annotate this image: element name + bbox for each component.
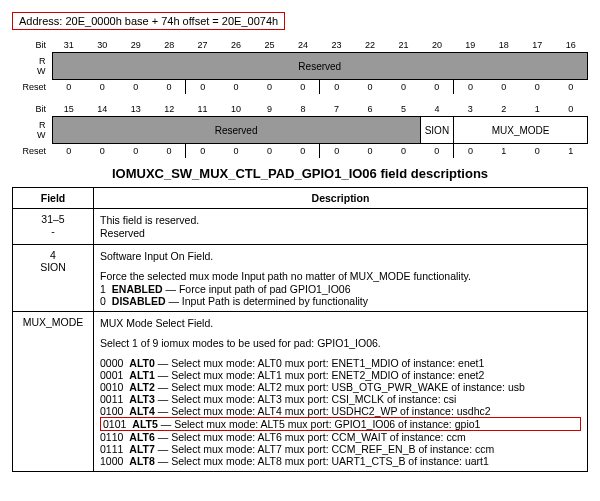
rw-row-upper: R W Reserved (12, 53, 588, 80)
mux-mode-option: 0111ALT7 — Select mux mode: ALT7 mux por… (100, 443, 581, 455)
sion-field: SION (420, 117, 453, 144)
mux-mode-option: 0010ALT2 — Select mux mode: ALT2 mux por… (100, 381, 581, 393)
desc-header: Description (94, 188, 588, 209)
rw-row-lower: R W Reserved SION MUX_MODE (12, 117, 588, 144)
mux-mode-option: 0101ALT5 — Select mux mode: ALT5 mux por… (100, 417, 581, 431)
reserved-field-upper: Reserved (52, 53, 588, 80)
w-label: W (37, 66, 46, 76)
w-label: W (37, 130, 46, 140)
desc-cell: This field is reserved. Reserved (94, 209, 588, 245)
table-row: 31–5 - This field is reserved. Reserved (13, 209, 588, 245)
r-label: R (39, 56, 46, 66)
desc-cell: Software Input On Field. Force the selec… (94, 245, 588, 312)
reset-label: Reset (12, 80, 52, 95)
bit-label: Bit (12, 38, 52, 53)
bit-numbers-upper: Bit 31302928 27262524 23222120 19181716 (12, 38, 588, 53)
reset-label: Reset (12, 144, 52, 159)
field-cell: MUX_MODE (13, 312, 94, 472)
mux-mode-option: 0011ALT3 — Select mux mode: ALT3 mux por… (100, 393, 581, 405)
mux-mode-field: MUX_MODE (454, 117, 588, 144)
field-cell: 31–5 - (13, 209, 94, 245)
table-row: 4 SION Software Input On Field. Force th… (13, 245, 588, 312)
section-title: IOMUXC_SW_MUX_CTL_PAD_GPIO1_IO06 field d… (12, 166, 588, 181)
table-row: MUX_MODE MUX Mode Select Field. Select 1… (13, 312, 588, 472)
mux-mode-option: 0001ALT1 — Select mux mode: ALT1 mux por… (100, 369, 581, 381)
r-label: R (39, 120, 46, 130)
address-line: Address: 20E_0000h base + 74h offset = 2… (12, 12, 285, 30)
field-cell: 4 SION (13, 245, 94, 312)
mux-mode-option: 1000ALT8 — Select mux mode: ALT8 mux por… (100, 455, 581, 467)
mux-mode-option: 0110ALT6 — Select mux mode: ALT6 mux por… (100, 431, 581, 443)
reset-row-lower: Reset 0000 0000 0000 0101 (12, 144, 588, 159)
field-header: Field (13, 188, 94, 209)
field-description-table: Field Description 31–5 - This field is r… (12, 187, 588, 472)
bit-table-upper: Bit 31302928 27262524 23222120 19181716 … (12, 38, 588, 94)
reset-row-upper: Reset 0000 0000 0000 0000 (12, 80, 588, 95)
bit-numbers-lower: Bit 15141312 111098 7654 3210 (12, 102, 588, 117)
bit-label: Bit (12, 102, 52, 117)
bit-table-lower: Bit 15141312 111098 7654 3210 R W Reserv… (12, 102, 588, 158)
mux-mode-option: 0100ALT4 — Select mux mode: ALT4 mux por… (100, 405, 581, 417)
table-header: Field Description (13, 188, 588, 209)
desc-cell: MUX Mode Select Field. Select 1 of 9 iom… (94, 312, 588, 472)
mux-mode-option: 0000ALT0 — Select mux mode: ALT0 mux por… (100, 357, 581, 369)
reserved-field-lower: Reserved (52, 117, 420, 144)
